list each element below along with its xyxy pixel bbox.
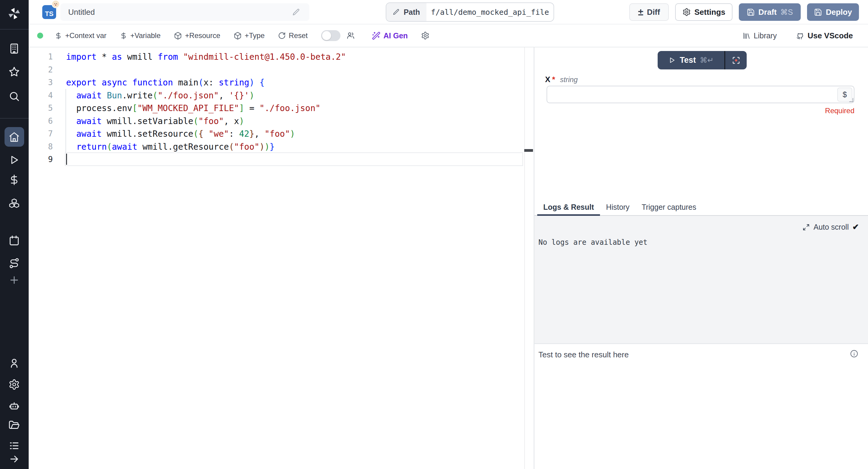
- dollar-icon: [55, 32, 62, 39]
- user-icon: [8, 357, 20, 369]
- test-shortcut: ⌘↵: [700, 56, 714, 65]
- sidebar-divider: [0, 29, 29, 30]
- insert-variable-button[interactable]: $: [837, 88, 852, 102]
- settings-button[interactable]: Settings: [675, 3, 733, 21]
- required-asterisk: *: [552, 75, 555, 84]
- plus-icon: [8, 274, 20, 286]
- auto-scroll-toggle[interactable]: Auto scroll ✔: [803, 222, 859, 232]
- collab-toggle[interactable]: [321, 30, 340, 41]
- tab-trigger-captures[interactable]: Trigger captures: [636, 199, 702, 215]
- editor-settings-button[interactable]: [421, 31, 430, 40]
- sidebar-divider: [0, 118, 29, 119]
- arrow-right-icon: [8, 453, 20, 465]
- use-vscode-button[interactable]: Use VScode: [796, 31, 853, 40]
- github-icon: [796, 31, 805, 40]
- code-line-8[interactable]: return(await wmill.getResource("foo"))}: [66, 140, 275, 153]
- deploy-button[interactable]: Deploy: [807, 3, 859, 21]
- code-line-4[interactable]: await Bun.write("./foo.json", '{}'): [66, 89, 254, 102]
- sidebar-item-workspace[interactable]: [7, 42, 21, 55]
- sidebar-item-favorites[interactable]: [7, 65, 21, 79]
- collaborators-button[interactable]: [346, 31, 355, 40]
- result-placeholder: Test to see the result here: [538, 350, 629, 359]
- check-icon: ✔: [852, 222, 859, 232]
- script-title-field[interactable]: Untitled: [60, 3, 309, 21]
- text-cursor: [66, 154, 67, 165]
- tab-history[interactable]: History: [600, 199, 636, 215]
- info-icon[interactable]: [850, 349, 858, 358]
- sidebar-item-add[interactable]: [7, 274, 21, 287]
- draft-button[interactable]: Draft ⌘S: [739, 3, 801, 21]
- test-split-button[interactable]: Test ⌘↵: [658, 51, 747, 69]
- sidebar-item-workers[interactable]: [7, 399, 21, 412]
- code-line-1[interactable]: import * as wmill from "windmill-client@…: [66, 51, 346, 63]
- sidebar-item-audit-logs[interactable]: [7, 439, 21, 452]
- arg-name: X: [545, 75, 550, 84]
- wand-sparkles-icon: [372, 31, 380, 40]
- code-line-7[interactable]: await wmill.setResource({ "we": 42}, "fo…: [66, 127, 295, 140]
- windmill-logo-icon[interactable]: [7, 7, 21, 21]
- path-label-segment: Path: [386, 3, 427, 21]
- folder-open-icon: [8, 420, 20, 431]
- draft-shortcut: ⌘S: [780, 8, 793, 17]
- edit-pencil-icon[interactable]: [292, 8, 300, 16]
- add-context-var-button[interactable]: +Context var: [55, 31, 106, 40]
- no-logs-message: No logs are available yet: [538, 238, 647, 247]
- tab-logs-result[interactable]: Logs & Result: [537, 199, 600, 215]
- current-line-highlight: [65, 152, 523, 166]
- line-number: 6: [29, 115, 53, 128]
- add-variable-button[interactable]: +Variable: [120, 31, 161, 40]
- sidebar-item-runs[interactable]: [7, 153, 21, 166]
- sidebar-collapse[interactable]: [7, 453, 21, 465]
- search-icon: [8, 91, 20, 102]
- code-editor[interactable]: 123456789 import * as wmill from "windmi…: [29, 48, 534, 469]
- library-button[interactable]: Library: [742, 31, 777, 40]
- code-line-3[interactable]: export async function main(x: string) {: [66, 76, 265, 89]
- reset-button[interactable]: Reset: [278, 31, 308, 40]
- building-icon: [8, 43, 20, 54]
- calendar-icon: [8, 235, 20, 246]
- arg-type: string: [560, 75, 578, 84]
- save-icon: [814, 8, 822, 16]
- arg-input-field[interactable]: $: [547, 86, 855, 103]
- code-line-6[interactable]: await wmill.setVariable("foo", x): [66, 115, 244, 128]
- line-number: 1: [29, 51, 53, 63]
- save-icon: [747, 8, 755, 16]
- editor-toolbar: +Context var +Variable +Resource +Type: [29, 25, 868, 48]
- sidebar-item-schedules[interactable]: [7, 234, 21, 247]
- diff-button[interactable]: ± Diff: [629, 3, 669, 21]
- users-icon: [346, 31, 355, 40]
- sidebar-item-folders[interactable]: [7, 419, 21, 432]
- add-resource-button[interactable]: +Resource: [174, 31, 220, 40]
- play-icon: [8, 154, 20, 166]
- sidebar-item-account[interactable]: [7, 356, 21, 370]
- sidebar-item-flows[interactable]: [7, 256, 21, 270]
- sidebar-item-resources[interactable]: [7, 197, 21, 210]
- path-field[interactable]: Path f/all/demo_mocked_api_file: [386, 2, 554, 22]
- sidebar-item-search[interactable]: [7, 90, 21, 103]
- home-icon[interactable]: [7, 130, 21, 144]
- code-line-5[interactable]: process.env["WM_MOCKED_API_FILE"] = "./f…: [66, 102, 320, 115]
- ai-gen-button[interactable]: AI Gen: [372, 31, 408, 40]
- test-button[interactable]: Test ⌘↵: [658, 51, 724, 69]
- gear-icon: [8, 379, 20, 390]
- result-tabs: Logs & Result History Trigger captures: [534, 199, 868, 216]
- line-number: 7: [29, 127, 53, 140]
- avatar-emoji-badge: [52, 0, 60, 8]
- expand-icon: [803, 224, 810, 231]
- list-icon: [8, 440, 20, 451]
- capture-test-button[interactable]: [725, 51, 747, 69]
- overview-ruler[interactable]: [524, 48, 525, 469]
- gear-icon: [682, 8, 691, 16]
- add-type-button[interactable]: +Type: [234, 31, 265, 40]
- windmill-script-editor: TS Untitled Path: [0, 0, 868, 469]
- result-area: Test to see the result here: [534, 344, 868, 469]
- play-icon: [668, 57, 676, 64]
- line-number: 9: [29, 153, 53, 166]
- sidebar-item-settings[interactable]: [7, 378, 21, 391]
- star-icon: [8, 66, 20, 77]
- sidebar-item-variables[interactable]: [7, 173, 21, 187]
- dollar-icon: [8, 174, 20, 186]
- gear-icon: [421, 31, 430, 40]
- topbar: TS Untitled Path: [29, 0, 868, 25]
- required-hint: Required: [547, 106, 855, 115]
